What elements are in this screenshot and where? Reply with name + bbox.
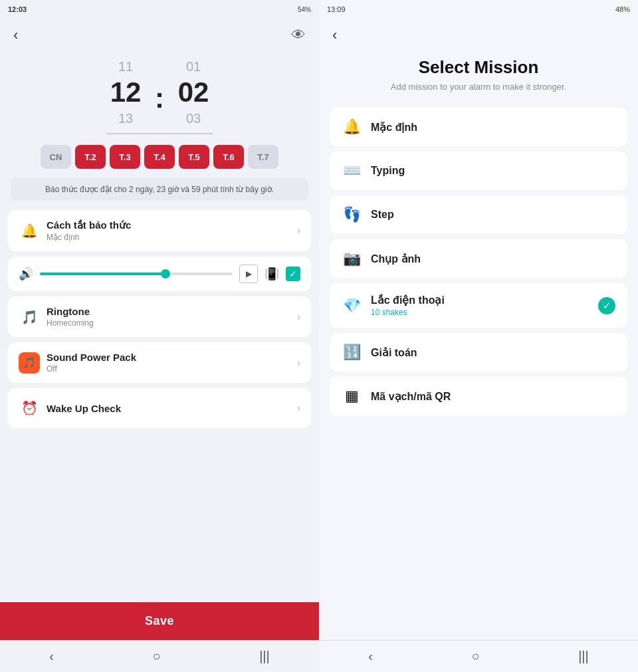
mission-icon-1: ⌨️ — [342, 162, 362, 179]
sound-power-title: Sound Power Pack — [47, 352, 297, 363]
ringtone-chevron: › — [297, 311, 300, 323]
ringtone-icon: 🎵 — [19, 306, 40, 328]
ringtone-card[interactable]: 🎵 Ringtone Homecoming › — [8, 296, 311, 337]
mission-list: 🔔Mặc định⌨️Typing👣Step📷Chụp ảnh💎Lắc điện… — [319, 105, 638, 640]
day-selector: CNT.2T.3T.4T.5T.6T.7 — [0, 140, 319, 174]
day-btn-cn[interactable]: CN — [41, 145, 71, 169]
mission-left-0: 🔔Mặc định — [342, 118, 417, 136]
hour-column[interactable]: 11 12 13 — [99, 57, 152, 128]
wakeup-chevron: › — [297, 402, 300, 414]
mission-item-4[interactable]: 💎Lắc điện thoại10 shakes✓ — [330, 283, 627, 328]
mission-name-3: Chụp ảnh — [371, 253, 421, 265]
left-bottom-nav: ‹ ○ ||| — [0, 640, 319, 672]
select-mission-subtitle: Add mission to your alarm to make it str… — [335, 82, 622, 92]
mission-name-1: Typing — [371, 165, 405, 177]
hour-current: 12 — [110, 76, 142, 109]
mission-left-6: ▦Mã vạch/mã QR — [342, 388, 451, 405]
left-panel: 12:03 54% ‹ 👁 11 12 13 : 01 02 03 CNT.2T… — [0, 0, 319, 672]
volume-row: 🔊 ▶ 📳 ✓ — [19, 265, 300, 283]
sound-power-chevron: › — [297, 357, 300, 369]
sound-power-card[interactable]: 🎵 Sound Power Pack Off › — [8, 342, 311, 383]
dismiss-text: Cách tắt báo thức Mặc định — [47, 219, 297, 242]
r-nav-back[interactable]: ‹ — [355, 643, 386, 669]
volume-slider[interactable] — [40, 273, 233, 275]
r-nav-recent[interactable]: ||| — [565, 643, 602, 669]
mission-left-4: 💎Lắc điện thoại10 shakes — [342, 294, 445, 317]
nav-back[interactable]: ‹ — [36, 643, 67, 669]
mission-icon-5: 🔢 — [342, 344, 362, 361]
left-back-button[interactable]: ‹ — [11, 24, 21, 47]
mission-item-2[interactable]: 👣Step — [330, 195, 627, 234]
mission-icon-2: 👣 — [342, 206, 362, 223]
vibrate-icon[interactable]: 📳 — [265, 267, 279, 281]
mission-item-3[interactable]: 📷Chụp ảnh — [330, 239, 627, 278]
sound-power-text: Sound Power Pack Off — [47, 352, 297, 374]
day-btn-t3[interactable]: T.3 — [110, 145, 140, 169]
day-btn-t4[interactable]: T.4 — [144, 145, 175, 169]
mission-item-1[interactable]: ⌨️Typing — [330, 152, 627, 190]
save-button[interactable]: Save — [0, 602, 319, 640]
r-nav-home[interactable]: ○ — [458, 643, 492, 669]
day-btn-t7[interactable]: T.7 — [248, 145, 278, 169]
mission-text-0: Mặc định — [371, 121, 417, 134]
right-time: 13:09 — [327, 5, 346, 13]
minute-column[interactable]: 01 02 03 — [167, 57, 220, 128]
mission-item-5[interactable]: 🔢Giải toán — [330, 333, 627, 372]
mission-name-4: Lắc điện thoại — [371, 294, 445, 306]
left-time: 12:03 — [8, 5, 27, 13]
ringtone-text: Ringtone Homecoming — [47, 306, 297, 328]
nav-recent[interactable]: ||| — [246, 643, 283, 669]
minute-next: 03 — [186, 109, 201, 128]
mission-item-0[interactable]: 🔔Mặc định — [330, 108, 627, 146]
play-button[interactable]: ▶ — [239, 265, 258, 283]
right-panel: 13:09 48% ‹ Select Mission Add mission t… — [319, 0, 638, 672]
sound-power-icon: 🎵 — [19, 352, 40, 374]
alarm-note: Báo thức được đặt cho 2 ngày, 23 giờ và … — [11, 178, 308, 201]
minute-current: 02 — [178, 76, 209, 109]
mission-icon-6: ▦ — [342, 388, 362, 405]
ringtone-title: Ringtone — [47, 306, 297, 317]
mission-sub-4: 10 shakes — [371, 308, 445, 317]
right-top-bar: ‹ — [319, 19, 638, 47]
left-status-bar: 12:03 54% — [0, 0, 319, 19]
mission-icon-4: 💎 — [342, 297, 362, 314]
mission-text-4: Lắc điện thoại10 shakes — [371, 294, 445, 317]
mission-name-0: Mặc định — [371, 121, 417, 134]
time-separator: : — [152, 82, 167, 114]
right-bottom-nav: ‹ ○ ||| — [319, 640, 638, 672]
mission-name-2: Step — [371, 209, 394, 221]
time-underline — [93, 133, 226, 134]
day-btn-t2[interactable]: T.2 — [75, 145, 106, 169]
left-status-icons: 54% — [298, 6, 311, 13]
volume-icon: 🔊 — [19, 267, 33, 281]
mission-left-2: 👣Step — [342, 206, 394, 223]
volume-checkbox[interactable]: ✓ — [286, 267, 300, 281]
mission-text-1: Typing — [371, 165, 405, 177]
volume-card: 🔊 ▶ 📳 ✓ — [8, 257, 311, 291]
nav-home[interactable]: ○ — [139, 643, 173, 669]
ringtone-subtitle: Homecoming — [47, 318, 297, 328]
mission-name-6: Mã vạch/mã QR — [371, 390, 451, 403]
day-btn-t6[interactable]: T.6 — [213, 145, 244, 169]
dismiss-method-card[interactable]: 🔔 Cách tắt báo thức Mặc định › — [8, 210, 311, 251]
dismiss-title: Cách tắt báo thức — [47, 219, 297, 231]
hour-next: 13 — [118, 109, 133, 128]
time-picker: 11 12 13 : 01 02 03 — [0, 52, 319, 130]
mission-icon-0: 🔔 — [342, 118, 362, 136]
dismiss-chevron: › — [297, 225, 300, 237]
eye-icon[interactable]: 👁 — [288, 24, 308, 47]
left-status-battery: 54% — [298, 6, 311, 13]
mission-left-1: ⌨️Typing — [342, 162, 405, 179]
dismiss-subtitle: Mặc định — [47, 233, 297, 242]
wakeup-icon: ⏰ — [19, 397, 40, 419]
wakeup-check-card[interactable]: ⏰ Wake Up Check › — [8, 388, 311, 428]
mission-text-6: Mã vạch/mã QR — [371, 390, 451, 403]
right-status-bar: 13:09 48% — [319, 0, 638, 19]
mission-left-3: 📷Chụp ảnh — [342, 250, 421, 267]
right-back-button[interactable]: ‹ — [330, 24, 340, 47]
mission-item-6[interactable]: ▦Mã vạch/mã QR — [330, 377, 627, 415]
wakeup-title: Wake Up Check — [47, 403, 297, 414]
left-top-bar: ‹ 👁 — [0, 19, 319, 52]
day-btn-t5[interactable]: T.5 — [179, 145, 209, 169]
right-header: Select Mission Add mission to your alarm… — [319, 47, 638, 105]
